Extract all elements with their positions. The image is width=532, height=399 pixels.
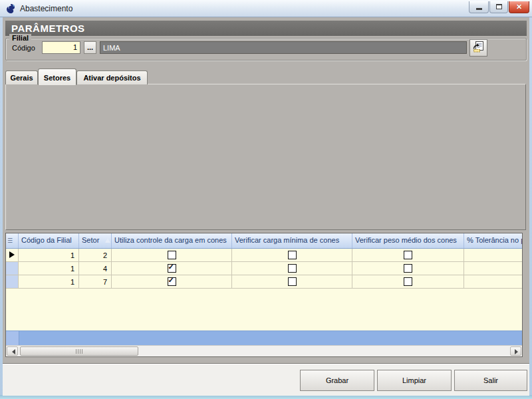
cell-setor[interactable]: 7 — [79, 275, 112, 289]
footer-panel: Grabar Limpiar Salir — [3, 363, 529, 396]
grid-row[interactable]: 1 2 — [6, 249, 522, 262]
window-frame-right — [529, 17, 532, 395]
scroll-left-button[interactable] — [7, 346, 18, 356]
window-title: Abastecimento — [20, 4, 72, 13]
report-button[interactable] — [469, 39, 487, 57]
grid-checkbox-icon[interactable] — [168, 264, 176, 273]
column-header-label: % Tolerância no p — [467, 236, 522, 244]
page-title-text: PARÂMETROS — [11, 23, 85, 34]
setores-grid: ☰ Código da Filial Setor Utiliza control… — [5, 233, 523, 357]
cell-tolerancia[interactable] — [464, 262, 522, 275]
column-header-setor[interactable]: Setor — [79, 233, 112, 248]
codigo-field[interactable]: 1 — [42, 41, 80, 54]
cell-tolerancia[interactable] — [464, 249, 522, 262]
codigo-label: Código — [12, 44, 35, 52]
column-header-verificar-peso[interactable]: Verificar peso médio dos cones — [352, 233, 464, 248]
grid-checkbox-icon[interactable] — [404, 277, 412, 286]
cell-utiliza-controle[interactable] — [112, 249, 232, 262]
tab-setores[interactable]: Setores — [38, 68, 76, 85]
cell-tolerancia[interactable] — [464, 275, 522, 289]
maximize-icon — [496, 4, 502, 9]
grid-checkbox-icon[interactable] — [168, 251, 176, 259]
filial-group-label: Filial — [9, 34, 31, 42]
cell-verificar-peso[interactable] — [352, 249, 464, 262]
cell-codigo-filial[interactable]: 1 — [19, 262, 79, 275]
row-indicator-cell — [6, 275, 19, 289]
titlebar[interactable]: Abastecimento ✕ — [0, 0, 532, 17]
page-title: PARÂMETROS — [5, 21, 527, 36]
column-header-label: Setor — [82, 236, 99, 244]
column-header-label: Verificar peso médio dos cones — [355, 236, 457, 244]
grid-checkbox-icon[interactable] — [168, 277, 176, 286]
scrollbar-thumb[interactable] — [20, 346, 138, 356]
grid-header-row: ☰ Código da Filial Setor Utiliza control… — [6, 233, 522, 249]
cell-utiliza-controle[interactable] — [112, 262, 232, 275]
cell-codigo-filial[interactable]: 1 — [19, 249, 79, 262]
sort-asc-icon — [105, 238, 110, 243]
column-header-utiliza-controle[interactable]: Utiliza controle da carga em cones — [112, 233, 232, 248]
app-icon — [5, 3, 16, 14]
cell-verificar-carga[interactable] — [232, 262, 352, 275]
grid-row[interactable]: 1 7 — [6, 275, 522, 289]
cell-setor[interactable]: 4 — [79, 262, 112, 275]
grid-checkbox-icon[interactable] — [404, 251, 412, 259]
arrow-right-icon — [515, 349, 521, 354]
arrow-left-icon — [9, 349, 15, 354]
column-header-label: Código da Filial — [21, 236, 72, 244]
minimize-icon — [476, 8, 482, 10]
grid-row[interactable]: 1 4 — [6, 262, 522, 275]
report-icon — [472, 41, 485, 53]
grid-footer-band — [6, 331, 522, 345]
grid-menu-icon[interactable]: ☰ — [6, 233, 19, 248]
column-header-codigo-filial[interactable]: Código da Filial — [19, 233, 79, 248]
cell-verificar-peso[interactable] — [352, 262, 464, 275]
grabar-button[interactable]: Grabar — [300, 370, 374, 391]
row-indicator-cell — [6, 249, 19, 262]
close-button[interactable]: ✕ — [509, 1, 529, 13]
cell-codigo-filial[interactable]: 1 — [19, 275, 79, 289]
codigo-browse-button[interactable]: ... — [84, 41, 96, 54]
grid-checkbox-icon[interactable] — [288, 277, 297, 286]
column-header-label: Verificar carga mínima de cones — [235, 236, 339, 244]
column-header-verificar-carga[interactable]: Verificar carga mínima de cones — [232, 233, 352, 248]
grid-footer-indicator-cell — [6, 331, 19, 345]
grid-checkbox-icon[interactable] — [288, 264, 297, 273]
setores-tab-panel — [5, 84, 526, 230]
column-header-label: Utiliza controle da carga em cones — [114, 236, 227, 244]
horizontal-scrollbar[interactable] — [6, 345, 522, 356]
salir-button[interactable]: Salir — [454, 370, 527, 391]
tab-ativar-depositos[interactable]: Ativar depósitos — [76, 70, 148, 84]
cell-verificar-carga[interactable] — [232, 275, 352, 289]
close-icon: ✕ — [516, 3, 522, 11]
scroll-right-button[interactable] — [510, 346, 521, 356]
tab-gerais[interactable]: Gerais — [5, 70, 38, 84]
row-indicator-cell — [6, 262, 19, 275]
cell-verificar-peso[interactable] — [352, 275, 464, 289]
limpiar-button[interactable]: Limpiar — [377, 370, 452, 391]
grid-checkbox-icon[interactable] — [404, 264, 412, 273]
grid-empty-area — [6, 289, 522, 331]
cell-verificar-carga[interactable] — [232, 249, 352, 262]
minimize-button[interactable] — [469, 1, 489, 13]
maximize-button[interactable] — [489, 1, 508, 13]
column-header-tolerancia[interactable]: % Tolerância no p — [464, 233, 522, 248]
cell-setor[interactable]: 2 — [79, 249, 112, 262]
cell-utiliza-controle[interactable] — [112, 275, 232, 289]
filial-name-field: LIMA — [100, 41, 467, 54]
current-row-icon — [9, 251, 15, 258]
grid-checkbox-icon[interactable] — [288, 251, 297, 259]
abastecimento-window: Abastecimento ✕ PARÂMETROS Filial Código… — [0, 0, 532, 399]
